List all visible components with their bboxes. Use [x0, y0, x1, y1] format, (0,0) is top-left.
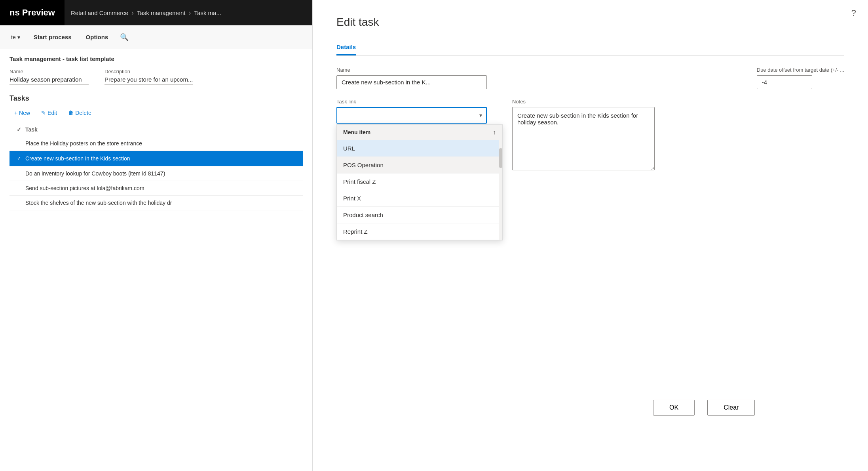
- top-nav: ns Preview Retail and Commerce › Task ma…: [0, 0, 312, 25]
- dropdown-item-pos[interactable]: POS Operation: [337, 157, 502, 174]
- notes-textarea[interactable]: Create new sub-section in the Kids secti…: [512, 107, 655, 170]
- task-link-select[interactable]: [336, 107, 487, 124]
- task-col-header: Task: [25, 126, 300, 133]
- task-check-2: ✓: [13, 155, 25, 162]
- notes-field: Notes Create new sub-section in the Kids…: [512, 99, 655, 170]
- breadcrumb: Retail and Commerce › Task management › …: [65, 9, 228, 17]
- dropdown-item-reprint-z[interactable]: Reprint Z: [337, 223, 502, 240]
- edit-task-btn[interactable]: ✎ Edit: [36, 107, 62, 118]
- page-title: Task management - task list template: [9, 55, 303, 62]
- tasks-table-header: ✓ Task: [9, 123, 303, 136]
- task-text-5: Stock the shelves of the new sub-section…: [25, 200, 300, 206]
- breadcrumb-item-1[interactable]: Retail and Commerce: [71, 10, 128, 16]
- tasks-table: ✓ Task Place the Holiday posters on the …: [9, 123, 303, 210]
- clear-button[interactable]: Clear: [707, 400, 755, 416]
- tasks-toolbar: + New ✎ Edit 🗑 Delete: [9, 107, 303, 118]
- name-due-row: Name Due date offset from target date (+…: [336, 67, 844, 89]
- task-row-selected[interactable]: ✓ Create new sub-section in the Kids sec…: [9, 151, 303, 166]
- tasks-section: Tasks + New ✎ Edit 🗑 Delete ✓ Task Place: [0, 88, 312, 471]
- dropdown-item-url[interactable]: URL: [337, 140, 502, 157]
- dropdown-header-text: Menu item: [343, 129, 370, 135]
- task-name-field: Name: [336, 67, 744, 89]
- help-icon[interactable]: ?: [851, 8, 856, 18]
- task-link-field: Task link ▾ POS Operation ▾ Me: [336, 99, 487, 141]
- delete-task-btn[interactable]: 🗑 Delete: [63, 107, 96, 118]
- ok-button[interactable]: OK: [653, 400, 695, 416]
- description-label: Description: [104, 69, 193, 74]
- dropdown-list: URL POS Operation Print fiscal Z Print X…: [337, 140, 502, 240]
- app-title: ns Preview: [0, 0, 65, 25]
- search-btn[interactable]: 🔍: [120, 33, 129, 42]
- breadcrumb-sep-1: ›: [131, 9, 134, 17]
- task-row-5[interactable]: Stock the shelves of the new sub-section…: [9, 196, 303, 210]
- new-task-btn[interactable]: + New: [9, 107, 35, 118]
- toolbar: te ▾ Start process Options 🔍: [0, 25, 312, 49]
- name-value: Holiday season preparation: [9, 76, 89, 85]
- breadcrumb-sep-2: ›: [189, 9, 191, 17]
- task-link-select-wrapper: ▾: [336, 107, 487, 124]
- dropdown-item-product-search[interactable]: Product search: [337, 207, 502, 223]
- task-text-2: Create new sub-section in the Kids secti…: [25, 155, 300, 162]
- form-actions: OK Clear: [653, 400, 755, 416]
- task-text-3: Do an inventory lookup for Cowboy boots …: [25, 170, 300, 177]
- task-link-label: Task link: [336, 99, 487, 105]
- template-dropdown-btn[interactable]: te ▾: [6, 32, 25, 43]
- due-date-label: Due date offset from target date (+/- ..…: [757, 67, 844, 73]
- due-date-input[interactable]: [757, 75, 812, 89]
- task-checkbox-2: ✓: [15, 155, 23, 162]
- task-name-label: Name: [336, 67, 744, 73]
- due-date-field: Due date offset from target date (+/- ..…: [757, 67, 844, 89]
- right-panel: ? Edit task Details Name Due date offset…: [313, 0, 868, 471]
- task-text-4: Send sub-section pictures at lola@fabrik…: [25, 185, 300, 191]
- breadcrumb-item-2[interactable]: Task management: [137, 10, 186, 16]
- breadcrumb-item-3[interactable]: Task ma...: [194, 10, 221, 16]
- dropdown-scrollbar-thumb: [499, 148, 502, 168]
- task-row[interactable]: Place the Holiday posters on the store e…: [9, 136, 303, 151]
- task-link-area: ▾ POS Operation ▾ Menu item ↑: [336, 107, 487, 141]
- options-btn[interactable]: Options: [80, 31, 114, 43]
- dropdown-popup: Menu item ↑ URL POS Operation Print fisc…: [336, 124, 503, 240]
- tasks-header: Tasks: [9, 94, 303, 103]
- page-header: Task management - task list template Nam…: [0, 49, 312, 88]
- dropdown-item-fiscal-z[interactable]: Print fiscal Z: [337, 174, 502, 190]
- name-field-group: Name Holiday season preparation: [9, 69, 89, 85]
- start-process-btn[interactable]: Start process: [28, 31, 77, 43]
- check-col-header: ✓: [13, 126, 25, 133]
- task-row-4[interactable]: Send sub-section pictures at lola@fabrik…: [9, 181, 303, 196]
- left-panel: ns Preview Retail and Commerce › Task ma…: [0, 0, 313, 471]
- name-label: Name: [9, 69, 89, 74]
- dropdown-popup-header: Menu item ↑: [337, 125, 502, 140]
- tab-details[interactable]: Details: [336, 40, 356, 55]
- task-link-notes-row: Task link ▾ POS Operation ▾ Me: [336, 99, 844, 170]
- dropdown-scrollbar: [499, 140, 502, 240]
- sort-icon[interactable]: ↑: [493, 129, 496, 136]
- description-field-group: Description Prepare you store for an upc…: [104, 69, 193, 85]
- notes-label: Notes: [512, 99, 655, 105]
- edit-task-title: Edit task: [336, 16, 844, 29]
- task-row-3[interactable]: Do an inventory lookup for Cowboy boots …: [9, 166, 303, 181]
- description-value: Prepare you store for an upcom...: [104, 76, 193, 85]
- task-name-input[interactable]: [336, 75, 487, 89]
- dropdown-item-print-x[interactable]: Print X: [337, 190, 502, 207]
- tabs-row: Details: [336, 40, 844, 56]
- task-text-1: Place the Holiday posters on the store e…: [25, 140, 300, 147]
- fields-row: Name Holiday season preparation Descript…: [9, 69, 303, 85]
